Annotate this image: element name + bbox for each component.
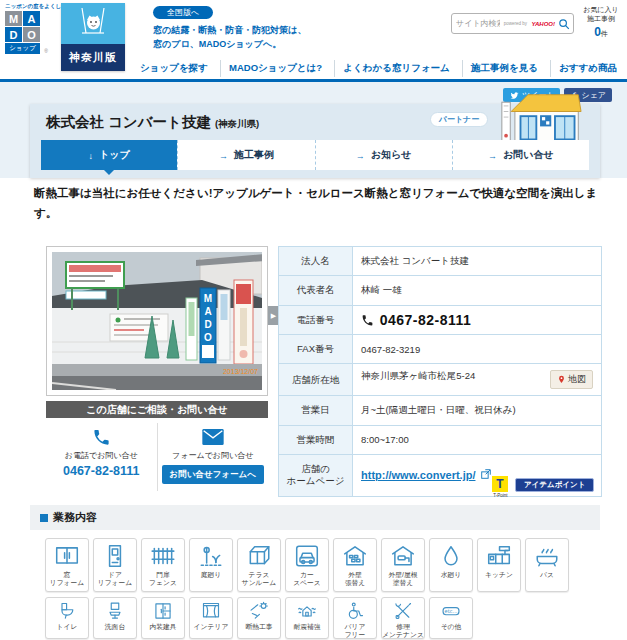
search-icon[interactable] — [555, 14, 573, 33]
info-row-label: 店舗の ホームページ — [279, 455, 353, 497]
homepage-link[interactable]: http://www.convert.jp/ — [361, 469, 475, 481]
service-tile[interactable]: トイレ — [45, 597, 89, 639]
svg-text:D: D — [204, 319, 211, 330]
gate-fence-icon — [150, 543, 176, 569]
curtain-icon — [201, 601, 221, 621]
contact-form-button[interactable]: お問い合せフォームへ — [162, 465, 264, 484]
logo-letter-o: O — [23, 27, 40, 42]
service-tile[interactable]: テラス サンルーム — [237, 538, 281, 592]
service-label: バリア フリー — [345, 623, 366, 640]
service-tile[interactable]: バリア フリー — [333, 597, 377, 639]
tab-arrow-icon — [89, 150, 94, 161]
service-tile[interactable]: 外壁 張替え — [333, 538, 377, 592]
service-tile[interactable]: 水廻り — [429, 538, 473, 592]
mado-logo-grid: M A D O — [5, 11, 59, 42]
services-header: 業務内容 — [30, 505, 600, 530]
company-tab[interactable]: トップ — [41, 140, 177, 170]
contact-panel: お電話でお問い合せ 0467-82-8111 フォームでお問い合せ お問い合せフ… — [46, 423, 268, 491]
kitchen-icon — [486, 543, 512, 569]
form-contact: フォームでお問い合せ お問い合せフォームへ — [158, 423, 269, 491]
services-grid-row1: 窓 リフォーム ドア リフォーム 門扉 フェンス 庭廻り テラス サンルーム — [45, 538, 569, 592]
favorites-label: お気に入り 施工事例 — [577, 5, 625, 24]
global-nav: ショップを探す MADOショップとは? よくわかる窓リフォーム 施工事例を見る … — [132, 57, 625, 79]
info-table-row: 電話番号 0467-82-8111 0467-82-8111 — [279, 305, 602, 334]
service-label: 断熱工事 — [245, 623, 272, 631]
siding-icon — [342, 543, 368, 569]
service-tile[interactable]: 耐震補強 — [285, 597, 329, 639]
service-label: 窓 リフォーム — [50, 571, 85, 588]
phone-contact-label: お電話でお問い合せ — [46, 450, 157, 461]
search-input[interactable] — [452, 19, 504, 28]
info-row-value: 月~土(隔週土曜日・日曜、祝日休み) — [361, 404, 516, 415]
service-tile[interactable]: 窓 リフォーム — [45, 538, 89, 592]
washbasin-icon — [105, 601, 125, 621]
info-row-label: 代表者名 — [279, 276, 353, 305]
company-name: 株式会社 コンバート技建 (神奈川県) — [46, 113, 259, 132]
info-row-value: 0467-82-3219 — [361, 344, 420, 355]
nav-item[interactable]: おすすめ商品 — [550, 60, 625, 77]
info-table-row: FAX番号 0467-82-3219 0467-82-3219 — [279, 335, 602, 364]
service-tile[interactable]: 洗面台 — [93, 597, 137, 639]
company-tab[interactable]: お知らせ — [315, 140, 452, 170]
kanagawa-edition-banner[interactable]: 神奈川版 — [61, 3, 125, 71]
service-tile[interactable]: 門扉 フェンス — [141, 538, 185, 592]
company-tab[interactable]: 施工事例 — [177, 140, 314, 170]
tab-arrow-icon — [219, 150, 228, 161]
svg-text:M: M — [204, 293, 212, 304]
map-pin-icon — [557, 374, 566, 385]
earthquake-house-icon — [297, 601, 317, 621]
service-label: カー スペース — [293, 571, 321, 588]
bath-icon — [534, 543, 560, 569]
toilet-icon — [57, 601, 77, 621]
service-tile[interactable]: キッチン — [477, 538, 521, 592]
info-row-label: 電話番号 — [279, 305, 353, 334]
info-table-row: 代表者名 林崎 一雄 林崎 一雄 — [279, 276, 602, 305]
map-button[interactable]: 地図 — [550, 370, 593, 389]
info-row-value: 神奈川県茅ヶ崎市松尾5-24 — [361, 370, 475, 381]
national-edition-button[interactable]: 全国版へ — [153, 6, 213, 19]
logo-letter-a: A — [23, 11, 40, 26]
logo-shop-ribbon: ショップ® — [5, 43, 40, 54]
service-label: トイレ — [57, 623, 78, 631]
nav-item[interactable]: よくわかる窓リフォーム — [334, 60, 458, 77]
service-label: 水廻り — [441, 571, 462, 579]
storefront-photo: M A D O 2013/12/07 — [46, 246, 268, 396]
company-prefecture: (神奈川県) — [215, 118, 259, 129]
service-label: 外壁/屋根 塗替え — [388, 571, 417, 588]
mado-logo[interactable]: ニッポンの窓をよくしたい! M A D O ショップ® — [5, 3, 59, 54]
tools-icon — [393, 601, 413, 621]
logo-letter-d: D — [5, 27, 22, 42]
service-tile[interactable]: 内装建具 — [141, 597, 185, 639]
service-label: バス — [540, 571, 554, 579]
service-tile[interactable]: etc... その他 — [429, 597, 473, 639]
nav-item[interactable]: ショップを探す — [132, 60, 216, 77]
header-catch-copy: 窓の結露・断熱・防音・防犯対策は、 窓のプロ、MADOショップへ。 — [153, 24, 306, 51]
service-tile[interactable]: 断熱工事 — [237, 597, 281, 639]
info-table-row: 法人名 株式会社 コンバート技建 株式会社 コンバート技建 — [279, 247, 602, 276]
service-tile[interactable]: ドア リフォーム — [93, 538, 137, 592]
service-tile[interactable]: 庭廻り — [189, 538, 233, 592]
service-tile[interactable]: 修理 メンテナンス — [381, 597, 425, 639]
service-tile[interactable]: インテリア — [189, 597, 233, 639]
service-tile[interactable]: バス — [525, 538, 569, 592]
door-icon — [102, 543, 128, 569]
garden-icon — [198, 543, 224, 569]
nav-item[interactable]: 施工事例を見る — [462, 60, 546, 77]
service-label: 庭廻り — [201, 571, 222, 579]
nav-item[interactable]: MADOショップとは? — [220, 60, 330, 77]
paint-icon — [390, 543, 416, 569]
info-row-label: FAX番号 — [279, 335, 353, 364]
item-point-button[interactable]: アイテムポイント — [515, 478, 594, 492]
service-label: インテリア — [194, 623, 229, 631]
wheelchair-icon — [345, 601, 365, 621]
company-tab[interactable]: お問い合せ — [452, 140, 589, 170]
partner-badge: パートナー — [430, 112, 488, 127]
info-row-value: 0467-82-8111 — [380, 312, 472, 328]
service-tile[interactable]: カー スペース — [285, 538, 329, 592]
favorites-counter[interactable]: お気に入り 施工事例 0件 — [577, 5, 625, 40]
cat-mascot — [61, 3, 125, 44]
yahoo-logo: YAHOO! — [531, 21, 555, 27]
svg-text:O: O — [204, 332, 212, 343]
tab-arrow-icon — [356, 150, 365, 161]
service-tile[interactable]: 外壁/屋根 塗替え — [381, 538, 425, 592]
